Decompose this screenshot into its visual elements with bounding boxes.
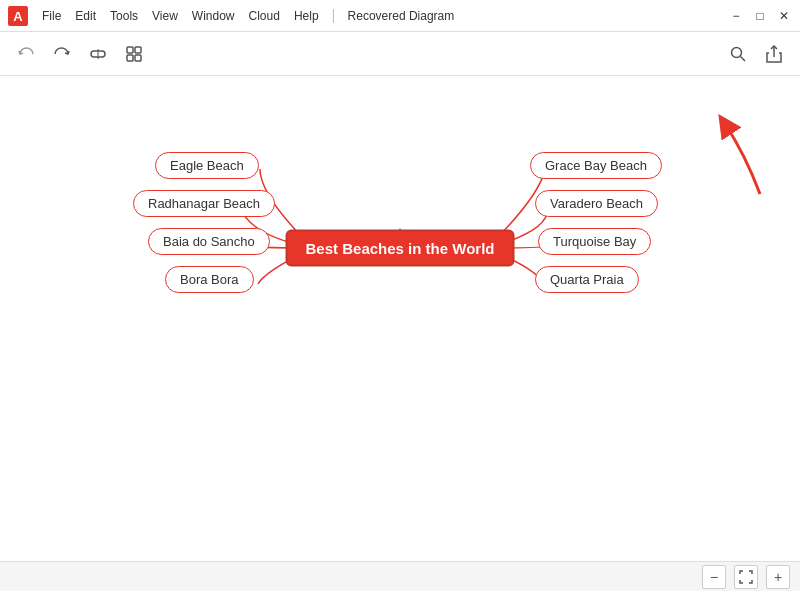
node-quarta-praia[interactable]: Quarta Praia [535, 266, 639, 293]
zoom-in-button[interactable]: + [766, 565, 790, 589]
svg-line-9 [741, 56, 746, 61]
search-icon [729, 45, 747, 63]
node-grace-bay-beach[interactable]: Grace Bay Beach [530, 152, 662, 179]
search-button[interactable] [724, 40, 752, 68]
node-varadero-beach[interactable]: Varadero Beach [535, 190, 658, 217]
node-turquoise-bay[interactable]: Turquoise Bay [538, 228, 651, 255]
fit-icon [739, 570, 753, 584]
node-eagle-beach[interactable]: Eagle Beach [155, 152, 259, 179]
mindmap-container: Best Beaches in the World Eagle Beach Ra… [0, 76, 800, 561]
maximize-button[interactable]: □ [752, 8, 768, 24]
menu-file[interactable]: File [36, 7, 67, 25]
zoom-out-button[interactable]: − [702, 565, 726, 589]
svg-point-8 [732, 47, 742, 57]
close-button[interactable]: ✕ [776, 8, 792, 24]
center-node[interactable]: Best Beaches in the World [286, 230, 515, 267]
fit-view-button[interactable] [734, 565, 758, 589]
titlebar: A File Edit Tools View Window Cloud Help… [0, 0, 800, 32]
node-baia-do-sancho[interactable]: Baia do Sancho [148, 228, 270, 255]
app-logo: A [8, 6, 28, 26]
node-radhanagar-beach[interactable]: Radhanagar Beach [133, 190, 275, 217]
minimize-button[interactable]: − [728, 8, 744, 24]
menu-help[interactable]: Help [288, 7, 325, 25]
menu-window[interactable]: Window [186, 7, 241, 25]
svg-rect-5 [135, 47, 141, 53]
svg-rect-7 [135, 55, 141, 61]
node-bora-bora[interactable]: Bora Bora [165, 266, 254, 293]
svg-text:A: A [13, 9, 23, 24]
redo-button[interactable] [48, 40, 76, 68]
connections-svg [0, 76, 800, 561]
toolbar [0, 32, 800, 76]
svg-rect-6 [127, 55, 133, 61]
document-title: Recovered Diagram [342, 7, 461, 25]
undo-button[interactable] [12, 40, 40, 68]
menu-separator [333, 9, 334, 23]
menu-edit[interactable]: Edit [69, 7, 102, 25]
window-controls: − □ ✕ [728, 8, 792, 24]
menu-view[interactable]: View [146, 7, 184, 25]
undo-icon [17, 45, 35, 63]
layout-button[interactable] [120, 40, 148, 68]
redo-icon [53, 45, 71, 63]
toolbar-right [724, 40, 788, 68]
canvas[interactable]: Best Beaches in the World Eagle Beach Ra… [0, 76, 800, 561]
share-icon [765, 45, 783, 63]
svg-rect-4 [127, 47, 133, 53]
fit-icon [89, 45, 107, 63]
share-button[interactable] [760, 40, 788, 68]
menu-cloud[interactable]: Cloud [243, 7, 286, 25]
menu-bar: File Edit Tools View Window Cloud Help R… [36, 7, 728, 25]
layout-icon [125, 45, 143, 63]
menu-tools[interactable]: Tools [104, 7, 144, 25]
statusbar: − + [0, 561, 800, 591]
fit-button[interactable] [84, 40, 112, 68]
